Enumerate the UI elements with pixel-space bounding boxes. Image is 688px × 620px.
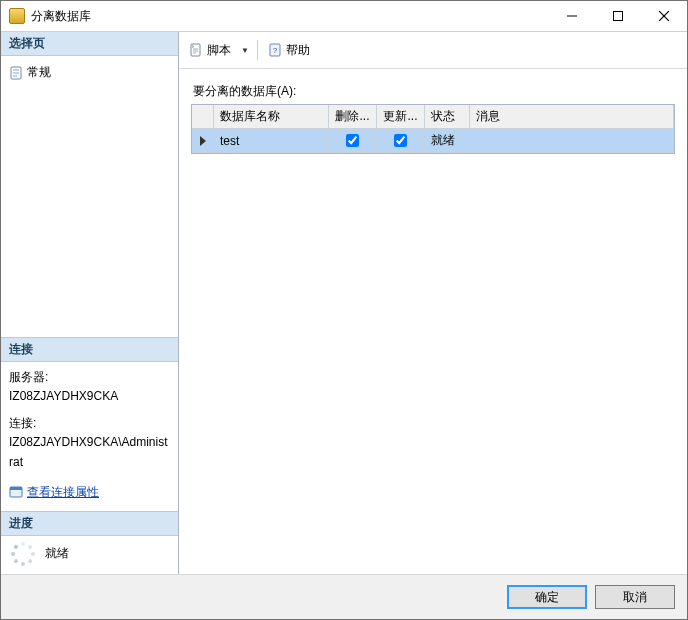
server-label: 服务器:	[9, 368, 170, 387]
script-dropdown-caret[interactable]: ▼	[239, 46, 251, 55]
maximize-button[interactable]	[595, 1, 641, 31]
page-icon	[9, 66, 23, 80]
ok-button[interactable]: 确定	[507, 585, 587, 609]
progress-body: 就绪	[1, 536, 178, 574]
help-icon: ?	[268, 43, 282, 57]
col-header-delete[interactable]: 删除...	[329, 105, 377, 129]
help-button-label: 帮助	[286, 42, 310, 59]
select-page-header: 选择页	[1, 32, 178, 56]
script-icon	[189, 43, 203, 57]
cell-delete	[329, 129, 377, 153]
row-selector[interactable]	[192, 129, 214, 153]
script-button-label: 脚本	[207, 42, 231, 59]
connection-header: 连接	[1, 337, 178, 362]
script-button[interactable]: 脚本	[185, 40, 235, 61]
svg-rect-1	[614, 12, 623, 21]
cell-message	[470, 129, 674, 153]
close-button[interactable]	[641, 1, 687, 31]
databases-grid[interactable]: 数据库名称 删除... 更新... 状态 消息 test	[191, 104, 675, 154]
toolbar-separator	[257, 40, 258, 60]
delete-checkbox[interactable]	[346, 134, 359, 147]
database-icon	[9, 8, 25, 24]
connection-value: IZ08ZJAYDHX9CKA\Administrat	[9, 433, 170, 471]
right-panel: 脚本 ▼ ? 帮助 要分离的数据库(A): 数据库名称	[179, 32, 687, 574]
page-item-general[interactable]: 常规	[9, 62, 170, 83]
window-title: 分离数据库	[31, 8, 91, 25]
progress-status: 就绪	[45, 544, 69, 563]
col-header-status[interactable]: 状态	[425, 105, 470, 129]
table-row[interactable]: test 就绪	[192, 129, 674, 153]
content-area: 要分离的数据库(A): 数据库名称 删除... 更新... 状态 消息 test	[179, 69, 687, 574]
left-panel: 选择页 常规 连接 服务器: IZ08ZJAYDHX9CKA 连接:	[1, 32, 179, 574]
select-page-body: 常规	[1, 56, 178, 337]
server-value: IZ08ZJAYDHX9CKA	[9, 387, 170, 406]
col-header-message[interactable]: 消息	[470, 105, 674, 129]
update-checkbox[interactable]	[394, 134, 407, 147]
connection-label: 连接:	[9, 414, 170, 433]
grid-corner	[192, 105, 214, 129]
dialog-footer: 确定 取消	[1, 574, 687, 619]
cell-status: 就绪	[425, 129, 470, 153]
titlebar[interactable]: 分离数据库	[1, 1, 687, 32]
progress-spinner-icon	[11, 542, 35, 566]
help-button[interactable]: ? 帮助	[264, 40, 314, 61]
svg-text:?: ?	[273, 46, 278, 55]
detach-database-dialog: 分离数据库 选择页 常规	[0, 0, 688, 620]
page-item-label: 常规	[27, 63, 51, 82]
grid-header: 数据库名称 删除... 更新... 状态 消息	[192, 105, 674, 129]
view-connection-properties-link[interactable]: 查看连接属性	[27, 483, 99, 502]
col-header-name[interactable]: 数据库名称	[214, 105, 329, 129]
progress-header: 进度	[1, 511, 178, 536]
minimize-button[interactable]	[549, 1, 595, 31]
detach-prompt: 要分离的数据库(A):	[193, 83, 675, 100]
properties-icon	[9, 485, 23, 499]
svg-rect-9	[10, 487, 22, 490]
col-header-update[interactable]: 更新...	[377, 105, 425, 129]
cell-db-name[interactable]: test	[214, 129, 329, 153]
row-current-indicator-icon	[200, 136, 206, 146]
view-connection-properties[interactable]: 查看连接属性	[9, 482, 170, 503]
connection-body: 服务器: IZ08ZJAYDHX9CKA 连接: IZ08ZJAYDHX9CKA…	[1, 362, 178, 511]
cell-update	[377, 129, 425, 153]
cancel-button[interactable]: 取消	[595, 585, 675, 609]
toolbar: 脚本 ▼ ? 帮助	[179, 32, 687, 69]
